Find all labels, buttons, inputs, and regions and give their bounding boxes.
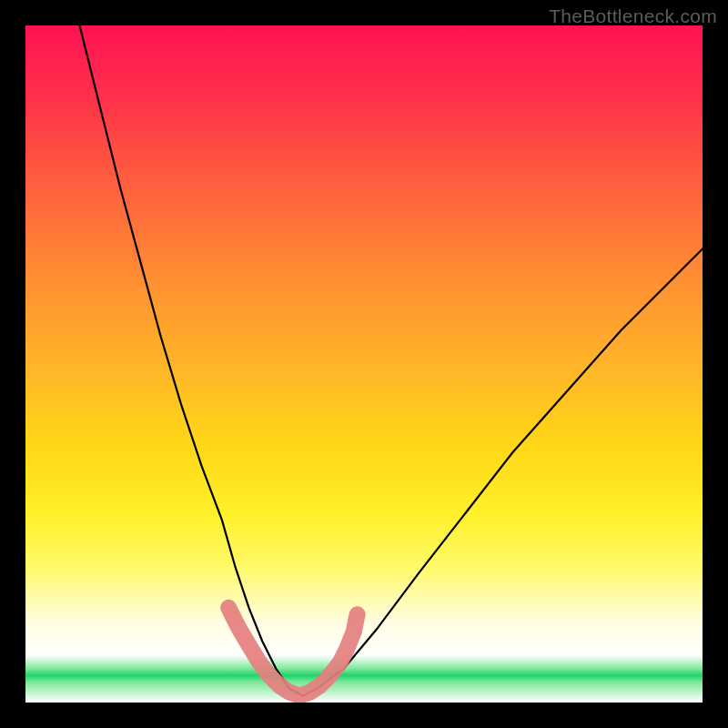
minimum-highlight bbox=[228, 608, 357, 696]
chart-container: TheBottleneck.com bbox=[0, 0, 728, 728]
plot-area bbox=[25, 25, 703, 703]
bottleneck-curve bbox=[80, 25, 703, 696]
watermark-text: TheBottleneck.com bbox=[549, 5, 717, 27]
curve-layer bbox=[25, 25, 703, 703]
